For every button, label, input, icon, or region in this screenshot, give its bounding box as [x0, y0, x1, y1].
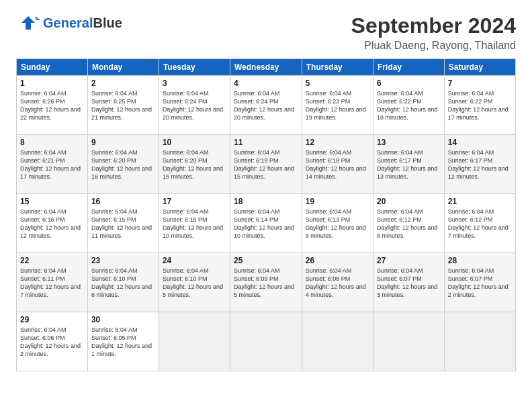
day-info: Sunrise: 6:04 AM Sunset: 6:25 PM Dayligh…: [91, 89, 155, 122]
day-number: 20: [377, 197, 441, 206]
week-row-4: 29Sunrise: 6:04 AM Sunset: 6:06 PM Dayli…: [17, 312, 516, 371]
day-number: 25: [234, 256, 298, 265]
day-cell: 21Sunrise: 6:04 AM Sunset: 6:12 PM Dayli…: [444, 194, 515, 253]
day-cell: [159, 312, 230, 371]
day-info: Sunrise: 6:04 AM Sunset: 6:10 PM Dayligh…: [91, 267, 155, 300]
day-cell: 26Sunrise: 6:04 AM Sunset: 6:08 PM Dayli…: [302, 253, 373, 312]
day-number: 2: [91, 79, 155, 88]
day-number: 1: [20, 79, 84, 88]
logo-blue: Blue: [93, 15, 122, 30]
day-cell: 30Sunrise: 6:04 AM Sunset: 6:05 PM Dayli…: [87, 312, 159, 371]
day-info: Sunrise: 6:04 AM Sunset: 6:21 PM Dayligh…: [20, 148, 84, 181]
day-cell: 6Sunrise: 6:04 AM Sunset: 6:22 PM Daylig…: [373, 76, 445, 135]
day-info: Sunrise: 6:04 AM Sunset: 6:09 PM Dayligh…: [234, 267, 298, 300]
day-info: Sunrise: 6:04 AM Sunset: 6:08 PM Dayligh…: [306, 267, 369, 300]
day-info: Sunrise: 6:04 AM Sunset: 6:05 PM Dayligh…: [91, 326, 155, 359]
logo-text: GeneralBlue: [43, 15, 122, 31]
day-number: 29: [20, 315, 84, 324]
day-cell: 1Sunrise: 6:04 AM Sunset: 6:26 PM Daylig…: [17, 76, 88, 135]
day-number: 28: [448, 256, 512, 265]
day-number: 30: [91, 315, 155, 324]
title-block: September 2024 Pluak Daeng, Rayong, Thai…: [351, 13, 516, 52]
day-info: Sunrise: 6:04 AM Sunset: 6:19 PM Dayligh…: [234, 148, 298, 181]
day-number: 23: [91, 256, 155, 265]
day-number: 5: [306, 79, 369, 88]
day-number: 19: [306, 197, 369, 206]
day-number: 26: [306, 256, 369, 265]
day-number: 11: [234, 138, 298, 147]
day-info: Sunrise: 6:04 AM Sunset: 6:12 PM Dayligh…: [448, 208, 512, 240]
day-cell: 10Sunrise: 6:04 AM Sunset: 6:20 PM Dayli…: [159, 135, 230, 194]
day-cell: 27Sunrise: 6:04 AM Sunset: 6:07 PM Dayli…: [373, 253, 445, 312]
day-number: 15: [20, 197, 84, 206]
day-info: Sunrise: 6:04 AM Sunset: 6:18 PM Dayligh…: [306, 148, 369, 181]
day-info: Sunrise: 6:04 AM Sunset: 6:17 PM Dayligh…: [377, 148, 441, 181]
day-info: Sunrise: 6:04 AM Sunset: 6:17 PM Dayligh…: [448, 148, 512, 181]
day-cell: 11Sunrise: 6:04 AM Sunset: 6:19 PM Dayli…: [230, 135, 302, 194]
day-info: Sunrise: 6:04 AM Sunset: 6:20 PM Dayligh…: [91, 148, 155, 181]
day-cell: 8Sunrise: 6:04 AM Sunset: 6:21 PM Daylig…: [17, 135, 88, 194]
day-number: 10: [163, 138, 226, 147]
week-row-0: 1Sunrise: 6:04 AM Sunset: 6:26 PM Daylig…: [17, 76, 516, 135]
day-cell: 18Sunrise: 6:04 AM Sunset: 6:14 PM Dayli…: [230, 194, 302, 253]
day-info: Sunrise: 6:04 AM Sunset: 6:22 PM Dayligh…: [448, 89, 512, 122]
day-cell: 25Sunrise: 6:04 AM Sunset: 6:09 PM Dayli…: [230, 253, 302, 312]
day-info: Sunrise: 6:04 AM Sunset: 6:22 PM Dayligh…: [377, 89, 441, 122]
day-cell: 24Sunrise: 6:04 AM Sunset: 6:10 PM Dayli…: [159, 253, 230, 312]
day-number: 16: [91, 197, 155, 206]
day-number: 3: [163, 79, 226, 88]
day-cell: 13Sunrise: 6:04 AM Sunset: 6:17 PM Dayli…: [373, 135, 445, 194]
day-number: 22: [20, 256, 84, 265]
col-saturday: Saturday: [444, 59, 515, 76]
day-cell: 5Sunrise: 6:04 AM Sunset: 6:23 PM Daylig…: [302, 76, 373, 135]
day-cell: 19Sunrise: 6:04 AM Sunset: 6:13 PM Dayli…: [302, 194, 373, 253]
day-info: Sunrise: 6:04 AM Sunset: 6:15 PM Dayligh…: [91, 208, 155, 240]
day-cell: 2Sunrise: 6:04 AM Sunset: 6:25 PM Daylig…: [87, 76, 159, 135]
day-cell: 9Sunrise: 6:04 AM Sunset: 6:20 PM Daylig…: [87, 135, 159, 194]
day-info: Sunrise: 6:04 AM Sunset: 6:14 PM Dayligh…: [234, 208, 298, 240]
day-cell: [373, 312, 445, 371]
page: GeneralBlue September 2024 Pluak Daeng, …: [0, 0, 532, 411]
day-info: Sunrise: 6:04 AM Sunset: 6:11 PM Dayligh…: [20, 267, 84, 300]
day-info: Sunrise: 6:04 AM Sunset: 6:13 PM Dayligh…: [306, 208, 369, 240]
day-number: 7: [448, 79, 512, 88]
svg-marker-1: [35, 16, 40, 20]
day-info: Sunrise: 6:04 AM Sunset: 6:10 PM Dayligh…: [163, 267, 226, 300]
day-cell: 12Sunrise: 6:04 AM Sunset: 6:18 PM Dayli…: [302, 135, 373, 194]
day-number: 9: [91, 138, 155, 147]
logo-general: General: [43, 15, 93, 30]
calendar-table: Sunday Monday Tuesday Wednesday Thursday…: [16, 58, 516, 371]
day-info: Sunrise: 6:04 AM Sunset: 6:24 PM Dayligh…: [163, 89, 226, 122]
col-tuesday: Tuesday: [159, 59, 230, 76]
day-info: Sunrise: 6:04 AM Sunset: 6:23 PM Dayligh…: [306, 89, 369, 122]
col-monday: Monday: [87, 59, 159, 76]
day-number: 21: [448, 197, 512, 206]
day-number: 24: [163, 256, 226, 265]
day-info: Sunrise: 6:04 AM Sunset: 6:20 PM Dayligh…: [163, 148, 226, 181]
col-friday: Friday: [373, 59, 445, 76]
day-number: 4: [234, 79, 298, 88]
col-wednesday: Wednesday: [230, 59, 302, 76]
day-cell: 20Sunrise: 6:04 AM Sunset: 6:12 PM Dayli…: [373, 194, 445, 253]
day-cell: [444, 312, 515, 371]
day-cell: 15Sunrise: 6:04 AM Sunset: 6:16 PM Dayli…: [17, 194, 88, 253]
day-cell: 22Sunrise: 6:04 AM Sunset: 6:11 PM Dayli…: [17, 253, 88, 312]
day-number: 12: [306, 138, 369, 147]
day-cell: 29Sunrise: 6:04 AM Sunset: 6:06 PM Dayli…: [17, 312, 88, 371]
header-row: Sunday Monday Tuesday Wednesday Thursday…: [17, 59, 516, 76]
week-row-2: 15Sunrise: 6:04 AM Sunset: 6:16 PM Dayli…: [17, 194, 516, 253]
day-cell: 14Sunrise: 6:04 AM Sunset: 6:17 PM Dayli…: [444, 135, 515, 194]
day-number: 8: [20, 138, 84, 147]
day-number: 6: [377, 79, 441, 88]
day-cell: [230, 312, 302, 371]
col-sunday: Sunday: [17, 59, 88, 76]
day-cell: 7Sunrise: 6:04 AM Sunset: 6:22 PM Daylig…: [444, 76, 515, 135]
logo: GeneralBlue: [16, 13, 122, 32]
week-row-3: 22Sunrise: 6:04 AM Sunset: 6:11 PM Dayli…: [17, 253, 516, 312]
day-number: 14: [448, 138, 512, 147]
col-thursday: Thursday: [302, 59, 373, 76]
day-info: Sunrise: 6:04 AM Sunset: 6:07 PM Dayligh…: [377, 267, 441, 300]
day-info: Sunrise: 6:04 AM Sunset: 6:24 PM Dayligh…: [234, 89, 298, 122]
header: GeneralBlue September 2024 Pluak Daeng, …: [16, 13, 516, 52]
day-number: 13: [377, 138, 441, 147]
